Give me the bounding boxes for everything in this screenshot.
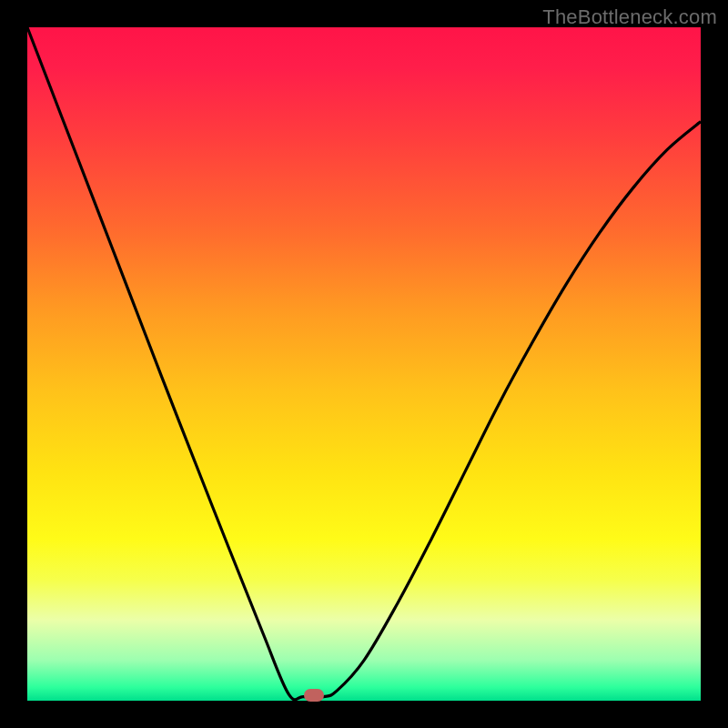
bottleneck-curve (27, 27, 701, 700)
curve-layer (27, 27, 701, 701)
optimum-marker (304, 689, 324, 702)
plot-area (27, 27, 701, 701)
watermark-text: TheBottleneck.com (542, 5, 717, 29)
chart-frame: TheBottleneck.com (0, 0, 728, 728)
